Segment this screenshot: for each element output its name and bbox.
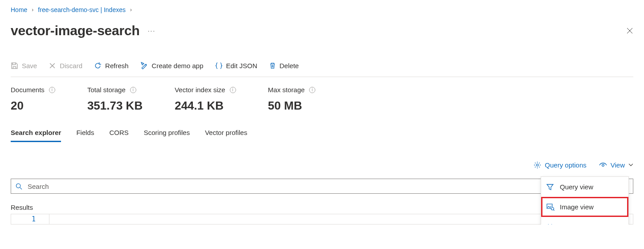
chevron-down-icon [628, 163, 633, 167]
stat-max-storage-label: Max storage [268, 86, 305, 94]
query-options-label: Query options [545, 161, 586, 169]
create-demo-label: Create demo app [152, 62, 204, 69]
trash-icon [269, 62, 276, 69]
save-button: Save [11, 62, 37, 69]
stat-max-storage: Max storage i 50 MB [268, 86, 316, 113]
save-icon [11, 62, 18, 69]
search-input[interactable] [27, 182, 628, 191]
edit-json-label: Edit JSON [226, 62, 257, 69]
discard-label: Discard [60, 62, 82, 69]
chevron-right-icon: › [130, 7, 132, 13]
svg-point-4 [16, 184, 20, 188]
view-menu: Query view Image view JSON view [541, 176, 629, 225]
view-menu-json[interactable]: JSON view [541, 217, 628, 225]
title-row: vector-image-search ··· [11, 23, 633, 38]
refresh-button[interactable]: Refresh [94, 62, 129, 69]
svg-point-3 [551, 207, 554, 210]
chevron-right-icon: › [32, 7, 33, 13]
filter-icon [546, 184, 554, 191]
stat-total-storage: Total storage i 351.73 KB [87, 86, 143, 113]
image-search-icon [546, 204, 554, 211]
search-wrap [11, 179, 633, 194]
breadcrumb: Home › free-search-demo-svc | Indexes › [11, 6, 633, 13]
view-menu-image-label: Image view [560, 203, 594, 211]
delete-button[interactable]: Delete [269, 62, 299, 69]
stat-max-storage-value: 50 MB [268, 99, 316, 113]
tabs: Search explorer Fields CORS Scoring prof… [11, 129, 633, 143]
info-icon[interactable]: i [49, 87, 55, 93]
view-menu-query[interactable]: Query view [541, 177, 628, 197]
view-menu-query-label: Query view [560, 183, 593, 191]
results-label: Results [11, 204, 633, 211]
tab-vector-profiles[interactable]: Vector profiles [205, 129, 247, 142]
close-icon [626, 27, 633, 34]
view-label: View [611, 161, 625, 169]
discard-button: Discard [49, 62, 82, 69]
view-dropdown-button[interactable]: View [599, 161, 633, 169]
tab-search-explorer[interactable]: Search explorer [11, 129, 61, 142]
tab-scoring-profiles[interactable]: Scoring profiles [144, 129, 190, 142]
search-icon [16, 183, 22, 190]
toolbar: Save Discard Refresh Create demo app Edi… [11, 61, 633, 77]
stat-vector-index-value: 244.1 KB [175, 99, 236, 113]
braces-icon [215, 62, 223, 69]
info-icon[interactable]: i [130, 87, 136, 93]
braces-icon [546, 224, 554, 225]
delete-label: Delete [280, 62, 299, 69]
stat-vector-index: Vector index size i 244.1 KB [175, 86, 236, 113]
save-label: Save [22, 62, 37, 69]
search-box[interactable] [11, 179, 633, 194]
eye-icon [599, 162, 607, 168]
breadcrumb-service-indexes[interactable]: free-search-demo-svc | Indexes [38, 6, 126, 13]
create-demo-app-button[interactable]: Create demo app [140, 61, 204, 69]
close-button[interactable] [626, 27, 633, 34]
stat-documents-value: 20 [11, 99, 55, 113]
page-title: vector-image-search [11, 23, 140, 38]
svg-point-1 [602, 164, 604, 166]
discard-icon [49, 62, 56, 69]
info-icon[interactable]: i [309, 87, 315, 93]
refresh-label: Refresh [105, 62, 129, 69]
info-icon[interactable]: i [230, 87, 236, 93]
svg-point-0 [537, 164, 539, 166]
stat-documents-label: Documents [11, 86, 45, 94]
stat-total-storage-label: Total storage [87, 86, 126, 94]
more-actions-button[interactable]: ··· [148, 27, 156, 34]
results-line-number: 1 [11, 214, 49, 224]
edit-json-button[interactable]: Edit JSON [215, 62, 257, 69]
query-options-button[interactable]: Query options [534, 161, 586, 169]
design-icon [140, 61, 148, 69]
breadcrumb-home[interactable]: Home [11, 6, 27, 13]
gear-icon [534, 161, 541, 169]
view-menu-image[interactable]: Image view [541, 197, 628, 217]
tab-cors[interactable]: CORS [109, 129, 128, 142]
results-box: 1 [11, 214, 633, 225]
stat-documents: Documents i 20 [11, 86, 55, 113]
view-menu-json-label: JSON view [560, 223, 593, 225]
query-options-row: Query options View Query view Im [11, 161, 633, 169]
refresh-icon [94, 62, 102, 69]
tab-fields[interactable]: Fields [76, 129, 94, 142]
stat-total-storage-value: 351.73 KB [87, 99, 143, 113]
stats-row: Documents i 20 Total storage i 351.73 KB… [11, 86, 633, 113]
stat-vector-index-label: Vector index size [175, 86, 225, 94]
